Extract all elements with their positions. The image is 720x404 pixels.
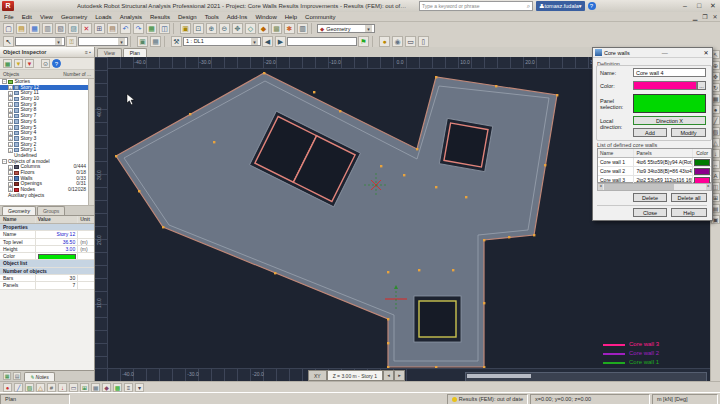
dialog-title-bar[interactable]: Core walls — ✕ <box>593 48 712 58</box>
previous-case-icon[interactable]: ◀ <box>262 36 273 47</box>
screen-2-icon[interactable]: ▯ <box>418 36 429 47</box>
delete-icon[interactable]: ✕ <box>81 23 92 34</box>
display-axes-icon[interactable]: ⊞ <box>80 383 89 392</box>
display-supports-icon[interactable]: △ <box>36 383 45 392</box>
table-row-core-wall-2[interactable]: Core wall 2 7to9 34to38(B)=86 43to45 1..… <box>598 167 711 176</box>
view-model-icon[interactable]: ▦ <box>150 36 161 47</box>
building-slab-outline[interactable] <box>116 73 557 367</box>
tab-story-level[interactable]: Z = 3.00 m - Story 1 <box>327 370 383 381</box>
node-selection-combo[interactable]: ▾ <box>15 37 65 46</box>
tree-item-auxiliary[interactable]: Auxiliary objects <box>0 193 94 199</box>
display-sections-icon[interactable]: ▭ <box>69 383 78 392</box>
view-image-icon[interactable]: ▣ <box>137 36 148 47</box>
tab-scroll-right-icon[interactable]: ▸ <box>394 370 405 381</box>
zoom-in-icon[interactable]: ⊕ <box>206 23 217 34</box>
screen-1-icon[interactable]: ▭ <box>405 36 416 47</box>
prop-row-name[interactable]: NameStory 12 <box>0 231 94 238</box>
panel-menu-icon[interactable]: ≡ ▪ <box>85 49 91 55</box>
panel-selection-field[interactable] <box>633 94 706 113</box>
print-icon[interactable]: ▥ <box>42 23 53 34</box>
results-status[interactable]: Results (FEM): out of date <box>447 394 528 404</box>
menu-help[interactable]: Help <box>281 14 301 20</box>
modify-button[interactable]: Modify <box>671 128 706 137</box>
story-color-swatch[interactable] <box>38 254 76 259</box>
menu-window[interactable]: Window <box>251 14 280 20</box>
start-calculation-flag-icon[interactable]: ⚑ <box>358 36 369 47</box>
redo-icon[interactable]: ↷ <box>133 23 144 34</box>
layout-selector-combo[interactable]: ◆ Geometry ▾ <box>317 24 375 33</box>
print-preview-icon[interactable]: ▧ <box>55 23 66 34</box>
status-units[interactable]: m [kN] [Deg] <box>652 394 718 404</box>
core-wall-1-opening[interactable] <box>414 296 461 342</box>
menu-file[interactable]: File <box>0 14 18 20</box>
menu-edit[interactable]: Edit <box>18 14 36 20</box>
menu-design[interactable]: Design <box>174 14 201 20</box>
prop-row-height[interactable]: Height3.00(m) <box>0 246 94 253</box>
dialog-close-icon[interactable]: ✕ <box>700 49 712 56</box>
menu-view[interactable]: View <box>36 14 57 20</box>
maximize-button[interactable]: □ <box>692 1 706 11</box>
tab-geometry[interactable]: Geometry <box>2 206 36 215</box>
tab-groups[interactable]: Groups <box>37 206 65 215</box>
core-wall-name-input[interactable]: Core wall 4 <box>633 68 706 77</box>
section-object-list[interactable]: Object list <box>0 260 94 267</box>
color-swatch-field[interactable] <box>633 81 697 90</box>
help-button[interactable]: Help <box>671 208 707 217</box>
zoom-window-icon[interactable]: ⊡ <box>193 23 204 34</box>
menu-community[interactable]: Community <box>301 14 339 20</box>
add-button[interactable]: Add <box>633 128 667 137</box>
tables-icon[interactable]: ▦ <box>146 23 157 34</box>
delete-all-button[interactable]: Delete all <box>671 193 707 202</box>
tab-scroll-left-icon[interactable]: ◂ <box>383 370 394 381</box>
inspector-help-icon[interactable]: ? <box>52 59 61 68</box>
tree-scrollbar[interactable] <box>88 79 94 205</box>
mdi-window-controls[interactable]: ▁❐✕ <box>690 13 720 20</box>
load-case-combo[interactable]: 1 : DL1▾ <box>183 37 261 46</box>
tab-notes[interactable]: ✎ Notes <box>24 372 55 381</box>
3d-view-icon[interactable]: ◇ <box>245 23 256 34</box>
display-numbers-icon[interactable]: # <box>47 383 56 392</box>
table-row-core-wall-1[interactable]: Core wall 1 4to6 55to59(B)y94 A(Rot)2 1.… <box>598 158 711 167</box>
display-symbols-icon[interactable]: ◆ <box>102 383 111 392</box>
view-layout-icon[interactable]: ◫ <box>159 23 170 34</box>
select-up-icon[interactable]: ⍐ <box>66 36 77 47</box>
member-icon[interactable]: ◆ <box>258 23 269 34</box>
robot-app-icon[interactable]: R <box>2 1 14 11</box>
zoom-out-icon[interactable]: ⊖ <box>219 23 230 34</box>
menu-loads[interactable]: Loads <box>91 14 115 20</box>
notes-list-icon[interactable]: ▤ <box>13 372 21 380</box>
tab-plan[interactable]: Plan <box>123 48 147 57</box>
filter-icon[interactable]: ▼ <box>14 59 23 68</box>
undo-icon[interactable]: ↶ <box>120 23 131 34</box>
menu-results[interactable]: Results <box>146 14 174 20</box>
display-nodes-icon[interactable]: ● <box>3 383 12 392</box>
save-icon[interactable]: ▦ <box>29 23 40 34</box>
menu-analysis[interactable]: Analysis <box>116 14 146 20</box>
load-case-icon[interactable]: ⚒︎ <box>171 36 182 47</box>
delete-button[interactable]: Delete <box>633 193 667 202</box>
prop-row-bars[interactable]: Bars30 <box>0 275 94 282</box>
notes-grid-icon[interactable]: ▦ <box>3 372 11 380</box>
keyword-search-input[interactable]: Type a keyword or phrase ⌕ <box>419 1 533 11</box>
display-more-icon[interactable]: ▾ <box>135 383 144 392</box>
person-icon[interactable]: ● <box>379 36 390 47</box>
bar-selection-combo[interactable]: ▾ <box>78 37 128 46</box>
section-number-of-objects[interactable]: Number of objects <box>0 268 94 275</box>
paste-icon[interactable]: ▤ <box>107 23 118 34</box>
display-loads-icon[interactable]: ↓ <box>58 383 67 392</box>
tab-xy[interactable]: XY <box>308 370 327 381</box>
direction-x-button[interactable]: Direction X <box>633 116 706 125</box>
search-icon[interactable]: ⌕ <box>527 3 530 10</box>
minimize-button[interactable]: – <box>678 1 692 11</box>
lock-icon[interactable]: ▣ <box>180 23 191 34</box>
display-colors-icon[interactable]: ▩ <box>113 383 122 392</box>
section-properties[interactable]: Properties <box>0 224 94 231</box>
person-2-icon[interactable]: ◉ <box>392 36 403 47</box>
close-button[interactable]: ✕ <box>706 1 720 11</box>
close-dialog-button[interactable]: Close <box>633 208 667 217</box>
core-wall-2-opening[interactable] <box>439 118 492 171</box>
tab-view[interactable]: View <box>97 48 122 57</box>
new-project-icon[interactable]: ▢ <box>3 23 14 34</box>
prop-row-color[interactable]: Color <box>0 253 94 260</box>
pan-icon[interactable]: ✥ <box>232 23 243 34</box>
